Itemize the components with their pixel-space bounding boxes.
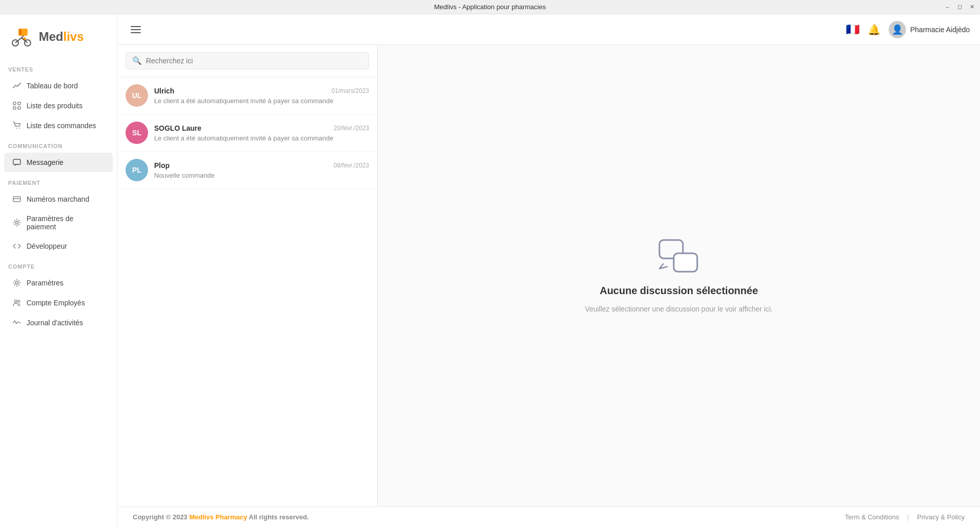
window-title: Medlivs - Application pour pharmacies	[434, 3, 546, 11]
search-input-wrap: 🔍	[126, 52, 369, 69]
sidebar-item-parametres[interactable]: Paramètres	[4, 273, 113, 293]
avatar-soglo-laure: SL	[126, 122, 148, 144]
window-controls[interactable]: − ◻ ✕	[943, 3, 976, 11]
users-icon	[12, 298, 21, 307]
avatar-plop: PL	[126, 159, 148, 181]
search-input[interactable]	[146, 57, 362, 65]
sidebar-item-label-tableau-de-bord: Tableau de bord	[27, 82, 78, 90]
main-content: 🇫🇷 🔔 👤 Pharmacie Aidjèdo 🔍	[117, 14, 980, 527]
chat-panel: Aucune discussion sélectionnée Veuillez …	[378, 45, 980, 507]
conv-preview-soglo-laure: Le client a été automatiquement invité à…	[154, 134, 369, 142]
language-flag[interactable]: 🇫🇷	[846, 23, 860, 36]
close-button[interactable]: ✕	[968, 3, 976, 11]
notification-bell[interactable]: 🔔	[868, 23, 880, 36]
sidebar-item-tableau-de-bord[interactable]: Tableau de bord	[4, 76, 113, 95]
conversation-item-ulrich[interactable]: UL Ulrich 01/mars/2023 Le client a été a…	[117, 77, 377, 114]
sidebar-item-label-compte-employes: Compte Employés	[27, 299, 85, 307]
logo-area: Medlivs	[0, 14, 117, 59]
footer-link-term-conditions[interactable]: Term & Conditions	[845, 513, 899, 521]
sidebar-item-label-numeros-marchand: Numéros marchand	[27, 195, 89, 203]
svg-rect-1	[19, 30, 21, 35]
empty-chat-subtitle: Veuillez sélectionner une discussion pou…	[585, 305, 773, 313]
sidebar-item-label-liste-des-commandes: Liste des commandes	[27, 122, 96, 130]
username: Pharmacie Aidjèdo	[910, 26, 970, 34]
restore-button[interactable]: ◻	[955, 3, 964, 11]
sidebar-section-paiement: PAIEMENT	[0, 173, 117, 189]
svg-point-17	[16, 222, 18, 224]
sidebar-item-parametres-de-paiement[interactable]: Paramètres de paiement	[4, 209, 113, 236]
avatar-ulrich: UL	[126, 84, 148, 107]
empty-chat-title: Aucune discussion sélectionnée	[600, 285, 758, 297]
conv-date-soglo-laure: 20/févr./2023	[334, 125, 369, 132]
chat-icon	[658, 239, 699, 277]
message-icon	[12, 158, 21, 167]
logo-text: Medlivs	[39, 30, 84, 44]
conv-preview-plop: Nouvelle commande	[154, 172, 369, 179]
conversation-item-soglo-laure[interactable]: SL SOGLO Laure 20/févr./2023 Le client a…	[117, 114, 377, 152]
top-bar-right: 🇫🇷 🔔 👤 Pharmacie Aidjèdo	[846, 21, 970, 38]
svg-point-19	[15, 300, 17, 303]
sidebar-item-journal-dactivites[interactable]: Journal d'activités	[4, 313, 113, 332]
svg-rect-9	[18, 102, 20, 105]
conv-preview-ulrich: Le client a été automatiquement invité à…	[154, 97, 369, 105]
code-icon	[12, 242, 21, 251]
svg-point-12	[16, 128, 17, 129]
conv-name-ulrich: Ulrich	[154, 87, 175, 95]
top-bar: 🇫🇷 🔔 👤 Pharmacie Aidjèdo	[117, 14, 980, 45]
conversation-item-plop[interactable]: PL Plop 08/févr./2023 Nouvelle commande	[117, 152, 377, 189]
conv-date-ulrich: 01/mars/2023	[332, 87, 369, 94]
svg-rect-11	[18, 107, 20, 109]
avatar: 👤	[889, 21, 906, 38]
minimize-button[interactable]: −	[943, 3, 951, 11]
footer-links: Term & Conditions|Privacy & Policy	[845, 513, 965, 521]
svg-rect-15	[13, 197, 20, 202]
gear2-icon	[12, 278, 21, 288]
sidebar-item-label-liste-des-produits: Liste des produits	[27, 102, 83, 110]
footer-copyright: Copyright © 2023 Medlivs Pharmacy All ri…	[133, 513, 309, 521]
gear-icon	[12, 218, 21, 227]
sidebar-sections: VENTESTableau de bordListe des produitsL…	[0, 59, 117, 333]
sidebar-item-liste-des-produits[interactable]: Liste des produits	[4, 96, 113, 115]
svg-rect-22	[674, 253, 697, 272]
sidebar-item-label-parametres: Paramètres	[27, 279, 63, 287]
sidebar-item-compte-employes[interactable]: Compte Employés	[4, 293, 113, 313]
conv-body-soglo-laure: SOGLO Laure 20/févr./2023 Le client a ét…	[154, 124, 369, 142]
activity-icon	[12, 318, 21, 327]
logo-icon	[8, 23, 35, 50]
search-icon: 🔍	[132, 56, 142, 65]
cart-icon	[12, 121, 21, 130]
svg-point-20	[18, 300, 20, 302]
conv-name-soglo-laure: SOGLO Laure	[154, 124, 202, 132]
empty-chat: Aucune discussion sélectionnée Veuillez …	[585, 239, 773, 313]
footer-link-privacy-policy[interactable]: Privacy & Policy	[917, 513, 965, 521]
hamburger-button[interactable]	[128, 23, 144, 36]
title-bar: Medlivs - Application pour pharmacies − …	[0, 0, 980, 14]
sidebar-item-label-messagerie: Messagerie	[27, 158, 63, 166]
footer: Copyright © 2023 Medlivs Pharmacy All ri…	[117, 507, 980, 527]
svg-rect-14	[13, 159, 20, 164]
sidebar: Medlivs VENTESTableau de bordListe des p…	[0, 14, 117, 527]
sidebar-section-communication: COMMUNICATION	[0, 136, 117, 152]
conv-name-plop: Plop	[154, 161, 169, 170]
sidebar-item-messagerie[interactable]: Messagerie	[4, 153, 113, 172]
chart-icon	[12, 81, 21, 90]
sidebar-item-numeros-marchand[interactable]: Numéros marchand	[4, 189, 113, 209]
card-icon	[12, 195, 21, 204]
svg-rect-10	[13, 107, 16, 109]
sidebar-section-ventes: VENTES	[0, 59, 117, 76]
svg-line-7	[21, 36, 23, 38]
conv-date-plop: 08/févr./2023	[334, 162, 369, 169]
conv-body-ulrich: Ulrich 01/mars/2023 Le client a été auto…	[154, 87, 369, 105]
sidebar-item-liste-des-commandes[interactable]: Liste des commandes	[4, 116, 113, 135]
sidebar-item-developpeur[interactable]: Développeur	[4, 236, 113, 256]
sidebar-item-label-journal-dactivites: Journal d'activités	[27, 319, 83, 327]
sidebar-section-compte: COMPTE	[0, 256, 117, 273]
conv-body-plop: Plop 08/févr./2023 Nouvelle commande	[154, 161, 369, 179]
conversations-container: UL Ulrich 01/mars/2023 Le client a été a…	[117, 77, 377, 507]
svg-point-13	[19, 128, 20, 129]
footer-divider: |	[907, 513, 909, 521]
messaging-area: 🔍 UL Ulrich 01/mars/2023 Le client a été…	[117, 45, 980, 507]
user-info[interactable]: 👤 Pharmacie Aidjèdo	[889, 21, 970, 38]
grid-icon	[12, 101, 21, 110]
svg-rect-8	[13, 102, 16, 105]
